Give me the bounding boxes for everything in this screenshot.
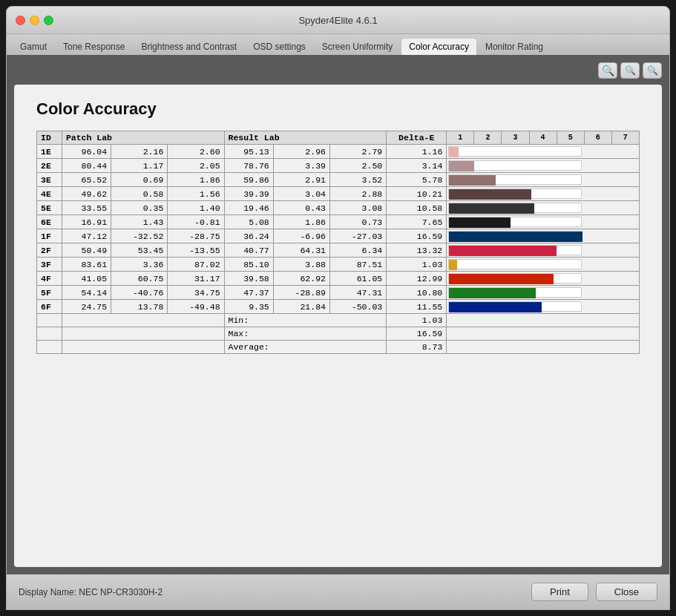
row-id: 3E (37, 173, 62, 187)
row-bar (447, 300, 640, 314)
row-patch-a: -32.52 (111, 229, 168, 243)
summary-empty (447, 341, 640, 354)
row-patch-l: 83.61 (62, 258, 111, 272)
row-delta: 7.65 (387, 215, 447, 229)
row-bar (447, 215, 640, 229)
row-patch-a: 13.78 (111, 300, 168, 314)
row-bar (447, 159, 640, 173)
row-patch-b: 1.56 (168, 187, 224, 201)
row-delta: 12.99 (387, 272, 447, 286)
row-res-l: 36.24 (224, 229, 273, 243)
summary-row: Min: 1.03 (37, 314, 640, 327)
row-bar (447, 286, 640, 300)
row-res-b: 6.34 (329, 243, 386, 258)
summary-value: 8.73 (387, 341, 447, 354)
row-patch-l: 49.62 (62, 187, 111, 201)
row-id: 1F (37, 229, 62, 243)
row-patch-l: 24.75 (62, 300, 111, 314)
row-delta: 11.55 (387, 300, 447, 314)
col-header-2: 2 (474, 131, 502, 145)
table-row: 4E 49.62 0.58 1.56 39.39 3.04 2.88 10.21 (37, 187, 640, 201)
traffic-lights (16, 16, 53, 25)
row-bar (447, 243, 640, 258)
summary-empty (447, 314, 640, 327)
row-id: 2F (37, 243, 62, 258)
col-header-delta: Delta-E (387, 131, 447, 145)
summary-empty (37, 314, 62, 327)
row-res-b: 3.52 (329, 173, 386, 187)
title-bar: Spyder4Elite 4.6.1 (6, 6, 670, 34)
row-res-b: 2.88 (329, 187, 386, 201)
summary-row: Average: 8.73 (37, 341, 640, 354)
row-patch-b: 34.75 (168, 286, 224, 300)
row-id: 4E (37, 187, 62, 201)
row-bar (447, 173, 640, 187)
row-res-l: 19.46 (224, 201, 273, 215)
col-header-1: 1 (447, 131, 474, 145)
summary-empty (447, 327, 640, 341)
row-delta: 10.21 (387, 187, 447, 201)
minimize-button[interactable] (30, 16, 39, 25)
row-res-a: 62.92 (273, 272, 329, 286)
row-patch-b: -28.75 (168, 229, 224, 243)
row-res-l: 40.77 (224, 243, 273, 258)
row-res-b: 61.05 (329, 272, 386, 286)
row-patch-a: 1.17 (111, 159, 168, 173)
row-res-a: 3.39 (273, 159, 329, 173)
maximize-button[interactable] (44, 16, 53, 25)
col-header-patch: Patch Lab (62, 131, 224, 145)
close-button[interactable]: Close (596, 583, 657, 601)
row-id: 6F (37, 300, 62, 314)
tab-monitor-rating[interactable]: Monitor Rating (478, 39, 551, 55)
print-button[interactable]: Print (531, 583, 588, 601)
row-res-l: 47.37 (224, 286, 273, 300)
row-bar (447, 229, 640, 243)
row-res-a: 1.86 (273, 215, 329, 229)
zoom-in-button[interactable]: 🔍 (598, 62, 617, 79)
row-patch-a: 3.36 (111, 258, 168, 272)
row-patch-b: 1.40 (168, 201, 224, 215)
footer-buttons: Print Close (531, 583, 657, 601)
zoom-out-button[interactable]: 🔍 (620, 62, 640, 79)
row-res-a: -28.89 (273, 286, 329, 300)
row-res-l: 59.86 (224, 173, 273, 187)
col-header-id: ID (37, 131, 62, 145)
display-name: Display Name: NEC NP-CR3030H-2 (19, 587, 163, 597)
summary-value: 16.59 (387, 327, 447, 341)
row-id: 6E (37, 215, 62, 229)
row-res-b: 47.31 (329, 286, 386, 300)
row-patch-l: 80.44 (62, 159, 111, 173)
footer: Display Name: NEC NP-CR3030H-2 Print Clo… (6, 574, 670, 610)
page-title: Color Accuracy (36, 99, 640, 119)
tab-tone[interactable]: Tone Response (56, 39, 132, 55)
row-res-b: 0.73 (329, 215, 386, 229)
tab-bar: Gamut Tone Response Brightness and Contr… (6, 34, 670, 55)
summary-label: Min: (224, 314, 387, 327)
row-patch-l: 33.55 (62, 201, 111, 215)
row-res-b: 2.79 (329, 145, 386, 159)
table-row: 6E 16.91 1.43 -0.81 5.08 1.86 0.73 7.65 (37, 215, 640, 229)
summary-empty (62, 327, 224, 341)
row-res-l: 95.13 (224, 145, 273, 159)
row-delta: 5.78 (387, 173, 447, 187)
zoom-fit-button[interactable]: 🔍 (643, 62, 662, 79)
table-row: 5F 54.14 -40.76 34.75 47.37 -28.89 47.31… (37, 286, 640, 300)
row-bar (447, 272, 640, 286)
close-button[interactable] (16, 16, 25, 25)
tab-osd[interactable]: OSD settings (246, 39, 313, 55)
row-patch-l: 50.49 (62, 243, 111, 258)
tab-brightness[interactable]: Brightness and Contrast (134, 39, 244, 55)
col-header-6: 6 (584, 131, 611, 145)
row-patch-b: 2.60 (168, 145, 224, 159)
row-patch-l: 65.52 (62, 173, 111, 187)
tab-uniformity[interactable]: Screen Uniformity (315, 39, 400, 55)
row-delta: 10.58 (387, 201, 447, 215)
tab-color-accuracy[interactable]: Color Accuracy (401, 39, 476, 55)
row-res-l: 5.08 (224, 215, 273, 229)
tab-gamut[interactable]: Gamut (13, 39, 54, 55)
row-res-a: 64.31 (273, 243, 329, 258)
row-patch-l: 96.04 (62, 145, 111, 159)
row-res-l: 78.76 (224, 159, 273, 173)
row-delta: 1.16 (387, 145, 447, 159)
col-header-5: 5 (557, 131, 584, 145)
